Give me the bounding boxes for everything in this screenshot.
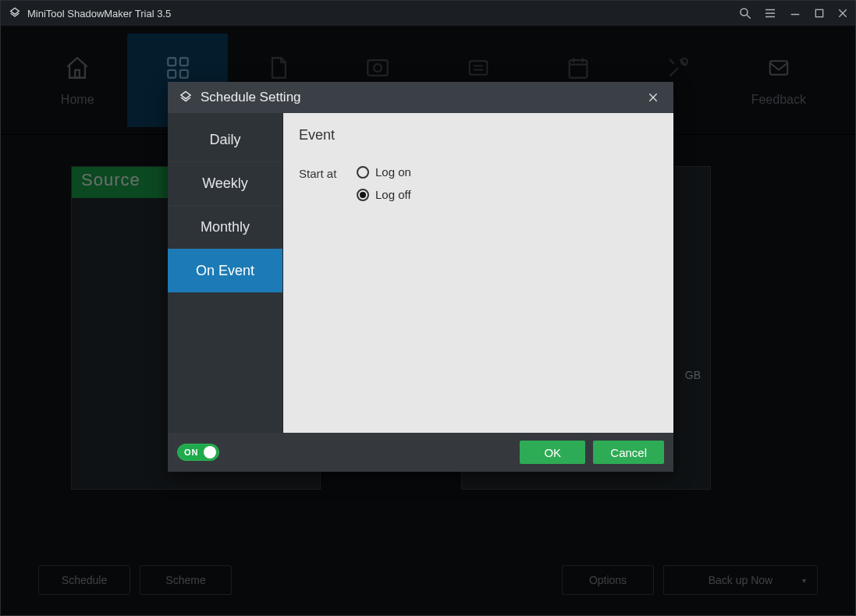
- radio-log-on-label: Log on: [375, 165, 411, 179]
- title-actions: [738, 6, 849, 20]
- ok-button[interactable]: OK: [520, 441, 585, 464]
- app-window: MiniTool ShadowMaker Trial 3.5: [0, 0, 856, 616]
- svg-point-0: [741, 9, 748, 16]
- modal-content: Event Start at Log on Log off: [283, 113, 673, 433]
- start-at-options: Log on Log off: [357, 165, 411, 201]
- modal-footer-buttons: OK Cancel: [520, 441, 664, 464]
- tab-monthly[interactable]: Monthly: [168, 205, 282, 249]
- modal-close-icon[interactable]: [644, 88, 662, 107]
- svg-line-1: [747, 15, 751, 19]
- start-at-label: Start at: [299, 165, 343, 180]
- tab-daily[interactable]: Daily: [168, 118, 282, 161]
- radio-log-off[interactable]: Log off: [357, 188, 411, 201]
- app-title: MiniTool ShadowMaker Trial 3.5: [27, 8, 171, 19]
- toggle-label: ON: [184, 448, 199, 457]
- content-heading: Event: [299, 127, 658, 143]
- menu-icon[interactable]: [763, 6, 777, 20]
- schedule-toggle[interactable]: ON: [177, 444, 219, 461]
- modal-body: Daily Weekly Monthly On Event Event Star…: [168, 113, 673, 433]
- toggle-knob-icon: [204, 446, 216, 458]
- tab-on-event[interactable]: On Event: [168, 249, 282, 292]
- modal-header: Schedule Setting: [168, 82, 673, 113]
- modal-logo-icon: [179, 90, 193, 104]
- close-icon[interactable]: [836, 7, 849, 19]
- title-bar: MiniTool ShadowMaker Trial 3.5: [1, 1, 855, 26]
- tab-weekly[interactable]: Weekly: [168, 161, 282, 205]
- radio-dot-icon: [357, 189, 369, 201]
- modal-sidebar: Daily Weekly Monthly On Event: [168, 113, 283, 433]
- radio-log-off-label: Log off: [375, 188, 411, 201]
- modal-footer: ON OK Cancel: [168, 433, 673, 472]
- search-icon[interactable]: [738, 6, 752, 20]
- radio-dot-icon: [357, 166, 369, 179]
- schedule-setting-modal: Schedule Setting Daily Weekly Monthly On…: [168, 82, 673, 472]
- cancel-button[interactable]: Cancel: [593, 441, 664, 464]
- radio-log-on[interactable]: Log on: [357, 165, 411, 179]
- minimize-icon[interactable]: [788, 6, 802, 20]
- modal-header-left: Schedule Setting: [179, 90, 301, 105]
- app-logo-icon: [9, 7, 21, 19]
- title-left: MiniTool ShadowMaker Trial 3.5: [9, 7, 171, 19]
- start-at-row: Start at Log on Log off: [299, 165, 658, 201]
- maximize-icon[interactable]: [813, 7, 826, 19]
- svg-rect-6: [815, 9, 822, 16]
- modal-title: Schedule Setting: [201, 90, 301, 105]
